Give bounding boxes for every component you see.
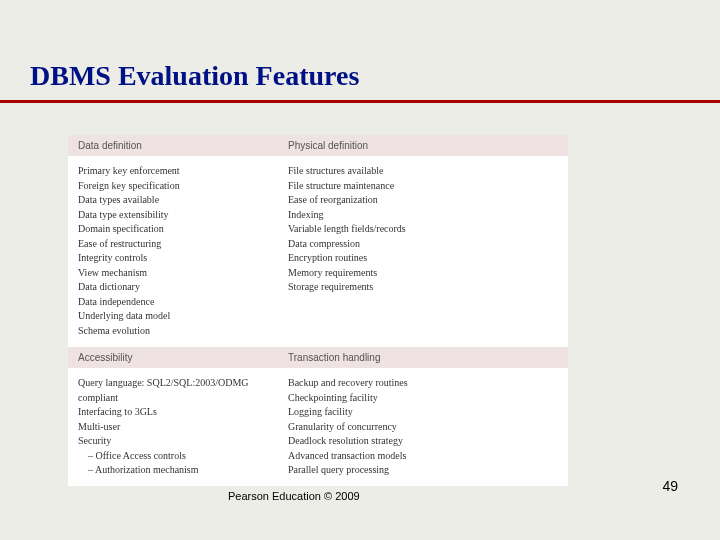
- list-item: Memory requirements: [288, 266, 568, 281]
- horizontal-rule: [0, 100, 720, 103]
- list-item: Ease of reorganization: [288, 193, 568, 208]
- list-item: Data dictionary: [78, 280, 288, 295]
- list-item: Underlying data model: [78, 309, 288, 324]
- list-item: Deadlock resolution strategy: [288, 434, 568, 449]
- table-cell-list: Backup and recovery routines Checkpointi…: [288, 376, 568, 478]
- list-item: Data independence: [78, 295, 288, 310]
- list-item: – Office Access controls: [78, 449, 288, 464]
- list-item: File structure maintenance: [288, 179, 568, 194]
- list-item: View mechanism: [78, 266, 288, 281]
- list-item: Data compression: [288, 237, 568, 252]
- list-item: Data type extensibility: [78, 208, 288, 223]
- list-item: Backup and recovery routines: [288, 376, 568, 391]
- list-item: Domain specification: [78, 222, 288, 237]
- features-table: Data definition Physical definition Prim…: [68, 135, 568, 486]
- list-item: – Authorization mechanism: [78, 463, 288, 478]
- list-item: Ease of restructuring: [78, 237, 288, 252]
- list-item: Advanced transaction models: [288, 449, 568, 464]
- table-header-cell: Physical definition: [288, 140, 568, 151]
- table-header-cell: Data definition: [78, 140, 288, 151]
- table-header-cell: Accessibility: [78, 352, 288, 363]
- table-cell-list: File structures available File structure…: [288, 164, 568, 338]
- list-item: Query language: SQL2/SQL:2003/ODMG compl…: [78, 376, 288, 405]
- list-item: Security: [78, 434, 288, 449]
- list-item: Granularity of concurrency: [288, 420, 568, 435]
- list-item: Interfacing to 3GLs: [78, 405, 288, 420]
- slide-title: DBMS Evaluation Features: [30, 60, 359, 92]
- list-item: Data types available: [78, 193, 288, 208]
- list-item: Foreign key specification: [78, 179, 288, 194]
- list-item: Parallel query processing: [288, 463, 568, 478]
- table-section-body: Primary key enforcement Foreign key spec…: [68, 156, 568, 346]
- table-section-header: Data definition Physical definition: [68, 135, 568, 156]
- list-item: Schema evolution: [78, 324, 288, 339]
- list-item: Primary key enforcement: [78, 164, 288, 179]
- table-section-header: Accessibility Transaction handling: [68, 346, 568, 368]
- table-cell-list: Primary key enforcement Foreign key spec…: [78, 164, 288, 338]
- list-item: Logging facility: [288, 405, 568, 420]
- list-item: Multi-user: [78, 420, 288, 435]
- list-item: Variable length fields/records: [288, 222, 568, 237]
- footer-copyright: Pearson Education © 2009: [228, 490, 360, 502]
- list-item: Storage requirements: [288, 280, 568, 295]
- table-header-cell: Transaction handling: [288, 352, 568, 363]
- slide: DBMS Evaluation Features Data definition…: [0, 0, 720, 540]
- list-item: Checkpointing facility: [288, 391, 568, 406]
- table-cell-list: Query language: SQL2/SQL:2003/ODMG compl…: [78, 376, 288, 478]
- list-item: Encryption routines: [288, 251, 568, 266]
- list-item: Indexing: [288, 208, 568, 223]
- table-section-body: Query language: SQL2/SQL:2003/ODMG compl…: [68, 368, 568, 486]
- list-item: Integrity controls: [78, 251, 288, 266]
- list-item: File structures available: [288, 164, 568, 179]
- page-number: 49: [662, 478, 678, 494]
